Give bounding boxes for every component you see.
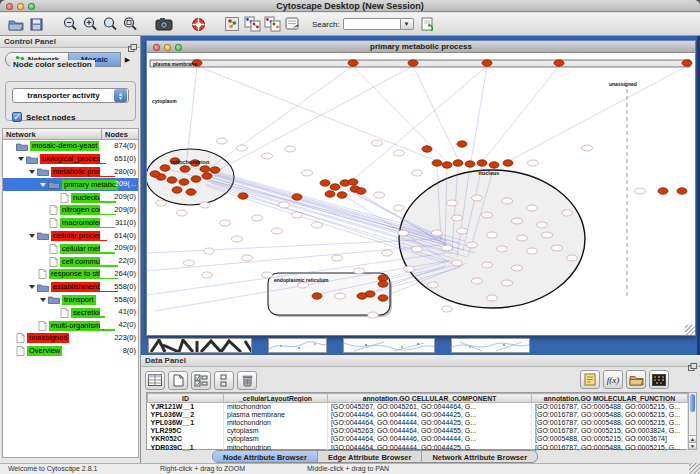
network-node-unmapped[interactable] <box>220 220 231 226</box>
tree-expand-arrow-icon[interactable] <box>40 183 46 187</box>
network-node[interactable] <box>422 146 432 152</box>
network-node-unmapped[interactable] <box>242 255 253 261</box>
network-node[interactable] <box>682 60 692 66</box>
network-node[interactable] <box>191 176 201 182</box>
network-node-unmapped[interactable] <box>394 205 405 211</box>
network-node-unmapped[interactable] <box>412 246 423 252</box>
network-node-unmapped[interactable] <box>368 312 379 318</box>
network-node[interactable] <box>465 161 475 167</box>
network-node-unmapped[interactable] <box>202 272 213 278</box>
search-input[interactable] <box>343 18 401 30</box>
network-node[interactable] <box>378 295 388 301</box>
search-dropdown-arrow[interactable]: ▼ <box>401 18 414 30</box>
notes-icon[interactable] <box>580 370 600 389</box>
network-node-unmapped[interactable] <box>472 278 483 284</box>
network-node-unmapped[interactable] <box>252 215 263 221</box>
snapshot-camera-icon[interactable] <box>154 15 174 33</box>
import-attributes-folder-icon[interactable] <box>626 370 646 389</box>
new-attribute-icon[interactable] <box>168 371 188 390</box>
table-scrollbar[interactable]: ▲ ▼ <box>688 392 697 450</box>
network-resize-grip[interactable] <box>685 325 695 335</box>
network-node-unmapped[interactable] <box>237 145 248 151</box>
network-edge[interactable] <box>217 66 413 171</box>
network-node-unmapped[interactable] <box>582 145 593 151</box>
network-node[interactable] <box>167 177 177 183</box>
network-node-unmapped[interactable] <box>404 266 415 272</box>
tree-expand-arrow-icon[interactable] <box>29 285 35 289</box>
tab-network-attribute-browser[interactable]: Network Attribute Browser <box>422 451 537 462</box>
network-node[interactable] <box>677 188 687 194</box>
select-nodes-checkbox[interactable]: ✓ <box>12 112 22 122</box>
network-node-unmapped[interactable] <box>200 202 211 208</box>
tree-expand-arrow-icon[interactable] <box>40 298 46 302</box>
network-node-unmapped[interactable] <box>428 282 439 288</box>
network-edge[interactable] <box>483 66 559 161</box>
scroll-down-button[interactable]: ▼ <box>689 442 696 449</box>
tree-row[interactable]: macromolecule311(0) <box>3 217 138 230</box>
network-node-unmapped[interactable] <box>442 245 453 251</box>
tree-row[interactable]: multi-organism pro42(0) <box>3 319 138 332</box>
network-node[interactable] <box>503 160 513 166</box>
table-column-header[interactable]: _cellularLayoutRegion <box>224 394 328 403</box>
network-node-unmapped[interactable] <box>184 260 195 266</box>
network-view-window[interactable]: primary metabolic process plasma membran… <box>146 40 696 336</box>
network-node-unmapped[interactable] <box>447 200 458 206</box>
network-node-unmapped[interactable] <box>527 248 538 254</box>
network-node-unmapped[interactable] <box>335 293 346 299</box>
table-row[interactable]: YPL036W__1mitochondrion[GO:0044464, GO:0… <box>148 419 688 427</box>
network-edge[interactable] <box>347 66 487 185</box>
tab-edge-attribute-browser[interactable]: Edge Attribute Browser <box>318 451 422 462</box>
tree-expand-arrow-icon[interactable] <box>29 170 35 174</box>
network-node[interactable] <box>330 184 340 190</box>
network-node-unmapped[interactable] <box>528 160 539 166</box>
network-node[interactable] <box>210 167 220 173</box>
network-node[interactable] <box>348 60 358 66</box>
tree-row[interactable]: nucleobase-209(0) <box>3 191 138 204</box>
network-node-unmapped[interactable] <box>537 222 548 228</box>
network-node-unmapped[interactable] <box>512 218 523 224</box>
tree-row[interactable]: response to stimulu264(0) <box>3 268 138 281</box>
tree-row[interactable]: cellular metabo209(0) <box>3 242 138 255</box>
tree-row[interactable]: cell communicat22(0) <box>3 255 138 268</box>
tree-expand-arrow-icon[interactable] <box>18 157 24 161</box>
network-edge[interactable] <box>197 66 437 161</box>
network-node[interactable] <box>408 60 418 66</box>
tree-expand-arrow-icon[interactable] <box>29 234 35 238</box>
select-attributes-icon[interactable] <box>191 371 211 390</box>
network-node-unmapped[interactable] <box>354 268 365 274</box>
network-node-unmapped[interactable] <box>302 170 313 176</box>
network-edge[interactable] <box>187 66 197 159</box>
network-node-unmapped[interactable] <box>262 272 273 278</box>
network-edge[interactable] <box>471 66 487 161</box>
network-node-unmapped[interactable] <box>502 280 513 286</box>
table-column-header[interactable]: annotation.GO CELLULAR_COMPONENT <box>328 394 532 403</box>
network-node-unmapped[interactable] <box>562 210 573 216</box>
tree-row[interactable]: transport558(0) <box>3 294 138 307</box>
network-node[interactable] <box>292 194 302 200</box>
tree-column-nodes[interactable]: Nodes <box>101 128 139 140</box>
network-node-unmapped[interactable] <box>552 245 563 251</box>
table-column-header[interactable]: annotation.GO MOLECULAR_FUNCTION <box>532 394 688 403</box>
network-node-unmapped[interactable] <box>279 202 290 208</box>
table-column-header[interactable]: ID <box>148 394 224 403</box>
zoom-in-icon[interactable] <box>80 15 100 33</box>
table-row[interactable]: YLR295Ccytoplasm[GO:0045263, GO:0044464,… <box>148 427 688 435</box>
network-node-unmapped[interactable] <box>374 192 385 198</box>
network-node-unmapped[interactable] <box>232 236 243 242</box>
network-node-unmapped[interactable] <box>502 198 513 204</box>
network-node[interactable] <box>312 293 322 299</box>
network-node-unmapped[interactable] <box>312 222 323 228</box>
network-node-unmapped[interactable] <box>517 235 528 241</box>
network-node-unmapped[interactable] <box>272 228 283 234</box>
app-titlebar[interactable]: Cytoscape Desktop (New Session) <box>0 0 700 12</box>
zoom-out-icon[interactable] <box>60 15 80 33</box>
network-node[interactable] <box>325 191 335 197</box>
network-canvas[interactable]: plasma membranecytoplasmmitochondrionnuc… <box>147 53 695 335</box>
network-node[interactable] <box>442 162 452 168</box>
network-node[interactable] <box>378 275 388 281</box>
tree-row[interactable]: mosaic-demo-yeast874(0) <box>3 140 138 153</box>
network-node-unmapped[interactable] <box>497 246 508 252</box>
network-node-unmapped[interactable] <box>204 248 215 254</box>
network-node[interactable] <box>238 193 248 199</box>
network-node[interactable] <box>320 180 330 186</box>
